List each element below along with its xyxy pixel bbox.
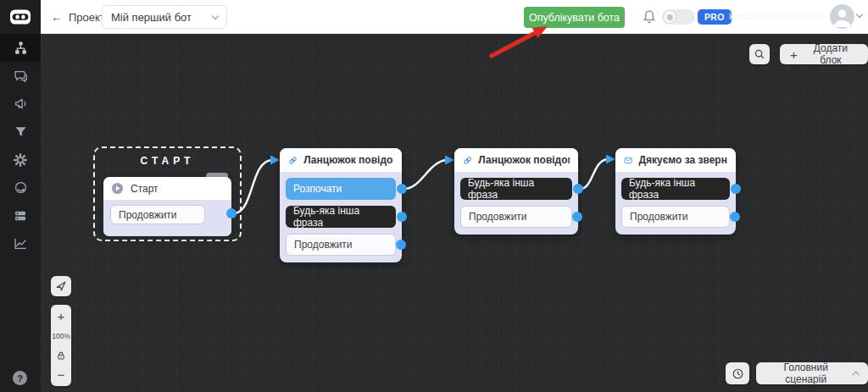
connector-port[interactable]	[226, 208, 236, 218]
clock-icon	[732, 367, 744, 380]
sidebar: ?	[0, 34, 41, 392]
sidebar-item-flows[interactable]	[0, 34, 41, 62]
node-row-any-other-phrase[interactable]: Будь-яка інша фраза	[460, 178, 572, 200]
scenario-label: Головний сценарій	[765, 362, 846, 385]
envelope-icon	[624, 154, 632, 167]
search-icon	[754, 48, 765, 60]
node-row-continue[interactable]: Продовжити	[286, 234, 396, 256]
node-body: Розпочати Будь-яка інша фраза Продовжити	[280, 172, 402, 262]
play-icon	[111, 182, 124, 195]
connector-port[interactable]	[396, 240, 406, 250]
pro-badge: PRO	[698, 9, 732, 25]
topbar: ← Проекти Мій перший бот Опублікувати бо…	[0, 0, 868, 34]
sidebar-item-analytics[interactable]	[0, 229, 41, 257]
start-card[interactable]: Старт Продовжити	[103, 177, 231, 236]
sidebar-item-funnel[interactable]	[0, 118, 41, 146]
node-title: СТАРТ	[95, 155, 240, 167]
bot-selector-dropdown[interactable]: Мій перший бот	[102, 5, 227, 29]
sidebar-item-settings[interactable]	[0, 146, 41, 174]
publish-bot-button[interactable]: Опублікувати бота	[524, 7, 625, 28]
node-message-chain-2[interactable]: Ланцюжок повідомлень Будь-яка інша фраза…	[454, 148, 578, 235]
search-button[interactable]	[749, 44, 770, 64]
chain-link-icon	[288, 154, 298, 167]
sidebar-item-support[interactable]	[0, 174, 41, 202]
add-block-label: Додати блок	[804, 42, 858, 66]
app-logo[interactable]	[0, 0, 41, 34]
row-label: Продовжити	[294, 239, 353, 251]
chain-link-icon	[463, 154, 472, 167]
connector-port[interactable]	[397, 184, 407, 194]
connector-port[interactable]	[573, 184, 583, 194]
row-label: Будь-яка інша фраза	[293, 205, 388, 229]
chevron-up-icon	[853, 371, 860, 378]
chats-icon	[14, 69, 28, 83]
node-body: Будь-яка інша фраза Продовжити	[615, 172, 736, 235]
paper-plane-icon	[55, 280, 67, 292]
start-trigger-label: Старт	[131, 183, 159, 195]
node-header[interactable]: Ланцюжок повідомлень	[454, 148, 578, 172]
bot-logo-icon	[9, 8, 31, 25]
zoom-controls: + 100% −	[51, 305, 71, 386]
row-label: Продовжити	[119, 209, 177, 221]
node-row-continue[interactable]: Продовжити	[621, 206, 730, 228]
node-thankyou-message[interactable]: Дякуємо за звернення! ... Будь-яка інша …	[615, 148, 736, 235]
avatar[interactable]	[830, 4, 854, 29]
node-title: Ланцюжок повідомлень	[303, 154, 393, 166]
row-label: Розпочати	[293, 183, 342, 195]
sidebar-item-broadcasts[interactable]	[0, 90, 41, 118]
megaphone-icon	[14, 97, 28, 111]
connector-port[interactable]	[730, 212, 740, 222]
funnel-icon	[14, 125, 27, 138]
scenario-selector-button[interactable]: Головний сценарій	[756, 362, 868, 384]
add-block-button[interactable]: + Додати блок	[780, 44, 868, 64]
start-node-body: Продовжити	[103, 200, 231, 236]
zoom-level: 100%	[51, 326, 71, 345]
node-body: Будь-яка інша фраза Продовжити	[454, 172, 578, 235]
node-row-continue[interactable]: Продовжити	[110, 205, 205, 224]
zoom-in-button[interactable]: +	[51, 306, 71, 326]
pan-mode-button[interactable]	[51, 276, 71, 296]
settings-toggle[interactable]	[662, 9, 695, 25]
lock-icon	[56, 351, 66, 361]
sidebar-item-chats[interactable]	[0, 62, 41, 90]
sidebar-item-data[interactable]	[0, 202, 41, 229]
toggle-knob-gear-icon	[664, 11, 676, 23]
row-label: Будь-яка інша фраза	[629, 177, 722, 201]
start-trigger-row[interactable]: Старт	[103, 177, 231, 200]
node-header[interactable]: Дякуємо за звернення! ...	[615, 148, 736, 172]
zoom-lock-button[interactable]	[51, 345, 71, 365]
node-row-start-chain[interactable]: Розпочати	[286, 178, 396, 200]
row-label: Продовжити	[630, 211, 688, 223]
connector-port[interactable]	[572, 212, 582, 222]
connector-port[interactable]	[731, 184, 741, 194]
gear-icon	[14, 153, 27, 167]
notifications-bell-icon[interactable]	[642, 9, 657, 25]
row-label: Будь-яка інша фраза	[468, 177, 565, 201]
row-label: Продовжити	[469, 211, 527, 223]
database-icon	[14, 209, 27, 223]
zoom-out-button[interactable]: −	[51, 365, 71, 384]
node-row-continue[interactable]: Продовжити	[460, 206, 572, 228]
headset-icon	[14, 180, 28, 195]
history-button[interactable]	[726, 362, 749, 384]
node-title: Ланцюжок повідомлень	[478, 154, 570, 166]
chart-icon	[14, 236, 28, 251]
plus-icon: +	[790, 48, 798, 61]
node-title: Дякуємо за звернення! ...	[638, 154, 727, 166]
node-row-any-other-phrase[interactable]: Будь-яка інша фраза	[286, 206, 396, 228]
person-icon	[830, 4, 854, 29]
user-email: kada98347@bules.com	[729, 11, 822, 21]
node-header[interactable]: Ланцюжок повідомлень	[280, 148, 402, 172]
connector-port[interactable]	[397, 212, 407, 222]
node-row-any-other-phrase[interactable]: Будь-яка інша фраза	[621, 178, 730, 200]
bot-selector-value: Мій перший бот	[111, 11, 192, 24]
node-message-chain-1[interactable]: Ланцюжок повідомлень Розпочати Будь-яка …	[280, 148, 402, 262]
chevron-down-icon	[212, 12, 219, 19]
flow-canvas[interactable]: + Додати блок СТАРТ Старт Продовжити	[41, 34, 868, 392]
help-button[interactable]: ?	[13, 371, 27, 385]
account-chevron-icon[interactable]	[856, 11, 863, 18]
node-start[interactable]: СТАРТ Старт Продовжити	[93, 146, 242, 241]
back-arrow-icon: ←	[51, 10, 63, 24]
sitemap-icon	[14, 41, 28, 55]
